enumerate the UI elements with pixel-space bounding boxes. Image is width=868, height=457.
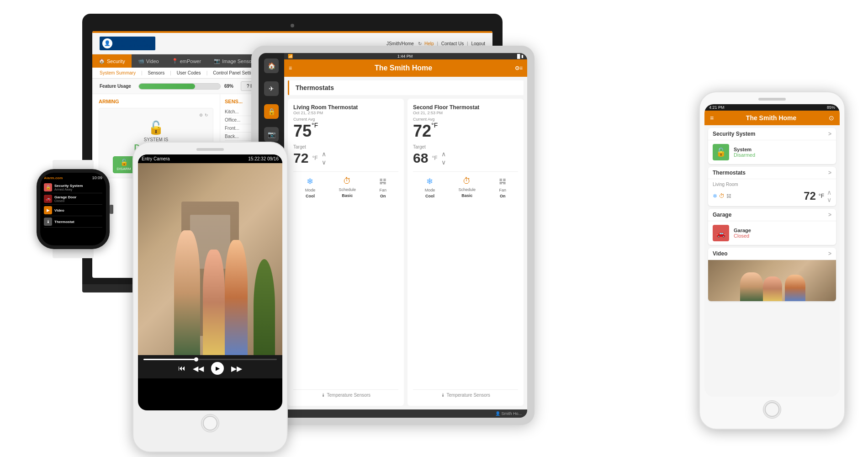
subnav-system-summary[interactable]: System Summary <box>100 70 136 75</box>
thermo1-mode-ctrl[interactable]: ❄ Mode Cool <box>305 176 316 198</box>
progress-fill <box>139 84 195 89</box>
refresh-icon[interactable]: ↻ <box>205 113 208 117</box>
tab-location-icon[interactable]: ✈ <box>264 81 279 96</box>
thermo2-target-row: 68 °F ∧ ∨ <box>413 150 518 166</box>
video-controls[interactable]: ⏮ ◀◀ ▶ ▶▶ <box>138 355 282 378</box>
phone-app-screen: 4:21 PM 85% ≡ The Smith Home ⊙ Security … <box>704 104 840 397</box>
app-thermostat-down[interactable]: ∨ <box>827 196 831 203</box>
app-thermostat-up[interactable]: ∧ <box>827 189 831 196</box>
username-link[interactable]: JSmith/Home <box>386 41 414 46</box>
nav-security[interactable]: 🏠 Security <box>92 54 132 68</box>
thermo2-mode-ctrl[interactable]: ❄ Mode Cool <box>425 176 435 198</box>
thermo2-fan-ctrl[interactable]: 𝌫 Fan On <box>499 176 506 198</box>
app-security-status-title: System <box>734 147 755 152</box>
thermo1-down-arrow[interactable]: ∨ <box>322 159 326 166</box>
app-thermostat-cool-icon[interactable]: ❄ <box>713 193 717 199</box>
video-back-button[interactable]: ◀◀ <box>193 364 204 373</box>
tablet-header: ≡ The Smith Home ⊙≡ <box>284 59 527 77</box>
app-video-thumbnail[interactable] <box>708 260 836 301</box>
thermo1-fan-value: On <box>380 194 386 198</box>
thermo2-down-arrow[interactable]: ∨ <box>441 159 446 166</box>
laptop-logo: 👤 BOYD & ASSOCIATES Means Total Security <box>100 37 155 50</box>
help-link[interactable]: Help <box>424 41 434 46</box>
video-progress-fill <box>143 359 197 360</box>
security-nav-icon: 🏠 <box>99 58 105 64</box>
video-forward-button[interactable]: ▶▶ <box>231 364 242 373</box>
app-security-row: 🔓 System Disarmed <box>713 144 831 160</box>
progress-percent: 69% <box>224 84 233 89</box>
nav-empower[interactable]: 📍 emPower <box>165 54 207 68</box>
thermo2-up-arrow[interactable]: ∧ <box>441 150 446 158</box>
thermo2-schedule-label: Schedule <box>458 187 476 192</box>
thermo1-schedule-ctrl[interactable]: ⏱ Schedule Basic <box>339 176 356 198</box>
subnav-control-panel[interactable]: Control Panel Setting <box>213 70 256 75</box>
brand-name: BOYD & ASSOCIATES <box>114 39 153 43</box>
app-settings-icon[interactable]: ⊙ <box>829 114 834 122</box>
tablet-thermostats: Living Room Thermostat Oct 21, 2:53 PM C… <box>284 99 527 409</box>
app-thermostat-icons: ❄ ⏱ 𝌫 <box>713 193 731 199</box>
app-video-person-1 <box>740 272 763 301</box>
video-progress-thumb[interactable] <box>194 357 198 361</box>
thermo2-schedule-ctrl[interactable]: ⏱ Schedule Basic <box>458 176 476 198</box>
phone-app-home-button[interactable] <box>763 400 781 419</box>
watch-garage-title: Garage Door <box>54 195 76 199</box>
settings-icon[interactable]: ⚙ <box>199 113 203 117</box>
image-sensor-nav-icon: 📷 <box>214 58 220 64</box>
video-play-button[interactable]: ▶ <box>211 362 224 375</box>
tablet-content: 📶 1:44 PM █ ▮ ≡ The Smith Home ⊙≡ Thermo… <box>284 53 527 418</box>
watch-garage-icon: 🚗 <box>44 195 52 203</box>
tab-camera-icon[interactable]: 📷 <box>264 127 279 142</box>
thermo1-target-row: 72 °F ∧ ∨ <box>293 150 398 166</box>
nav-image-sensor-label: Image Sensor <box>222 58 253 64</box>
tab-home-icon[interactable]: 🏠 <box>264 58 279 73</box>
thermo2-target-temp: 68 <box>413 150 428 166</box>
tablet-thermostats-title: Thermostats <box>288 80 524 95</box>
video-progress-bar[interactable] <box>143 359 277 360</box>
subnav-sensors[interactable]: Sensors <box>148 70 165 75</box>
app-menu-icon[interactable]: ≡ <box>710 114 714 122</box>
app-video-person-3 <box>785 275 805 302</box>
thermo2-fan-icon: 𝌫 <box>499 176 506 186</box>
app-security-chevron: > <box>828 131 831 137</box>
video-rewind-button[interactable]: ⏮ <box>178 364 185 372</box>
thermo1-temp-sensors[interactable]: 🌡 Temperature Sensors <box>293 389 398 400</box>
video-timestamp: 15:22:32 09/16 <box>248 156 279 161</box>
app-status-time: 4:21 PM <box>709 105 725 110</box>
subnav-user-codes[interactable]: User Codes <box>177 70 201 75</box>
logout-link[interactable]: Logout <box>471 41 485 46</box>
app-thermostat-section-title: Thermostats <box>713 170 746 176</box>
watch-thermostat-text: Thermostat <box>54 220 74 224</box>
app-thermostat-section-header[interactable]: Thermostats > <box>708 167 836 179</box>
thermo2-avg-unit: °F <box>431 122 438 129</box>
tablet-footer: 👤 Smith Ho... <box>284 409 527 418</box>
phone-video-home-button[interactable] <box>201 414 219 432</box>
tab-lock-icon[interactable]: 🔒 <box>264 104 279 119</box>
watch-thermostat-item[interactable]: 🌡 Thermostat <box>44 216 102 228</box>
app-video-section: Video > <box>708 248 836 301</box>
tablet-signal: 📶 <box>288 54 293 58</box>
thermo2-mode-icon: ❄ <box>426 176 433 186</box>
app-security-section-header[interactable]: Security System > <box>708 128 836 140</box>
app-garage-door-icon: 🚗 <box>713 225 729 241</box>
thermo2-avg-temp: 72 <box>413 122 431 141</box>
thermo1-up-arrow[interactable]: ∧ <box>322 150 326 158</box>
thermo1-mode-label: Mode <box>305 188 316 192</box>
app-video-section-header[interactable]: Video > <box>708 248 836 260</box>
thermo1-arrows: ∧ ∨ <box>322 150 326 166</box>
app-header-title: The Smith Home <box>746 114 796 122</box>
tablet-header-left-icon: ≡ <box>289 65 292 71</box>
watch-video-item[interactable]: ▶ Video <box>44 205 102 216</box>
thermo2-schedule-icon: ⏱ <box>463 176 471 186</box>
video-nav-icon: 📹 <box>138 58 144 64</box>
tablet-header-right-icon[interactable]: ⊙≡ <box>515 65 523 71</box>
nav-video[interactable]: 📹 Video <box>132 54 165 68</box>
video-camera-name: Entry Camera <box>142 156 170 161</box>
contact-link[interactable]: Contact Us <box>441 41 464 46</box>
thermo2-temp-sensors[interactable]: 🌡 Temperature Sensors <box>413 389 518 400</box>
app-thermostat-fan-icon[interactable]: 𝌫 <box>726 193 731 199</box>
app-thermostat-schedule-icon[interactable]: ⏱ <box>719 193 725 199</box>
watch-security-item[interactable]: 🔒 Security System Armed Away <box>44 182 102 193</box>
app-garage-section-header[interactable]: Garage > <box>708 209 836 221</box>
watch-garage-item[interactable]: 🚗 Garage Door Closed <box>44 193 102 205</box>
thermo1-fan-ctrl[interactable]: 𝌫 Fan On <box>379 176 386 198</box>
